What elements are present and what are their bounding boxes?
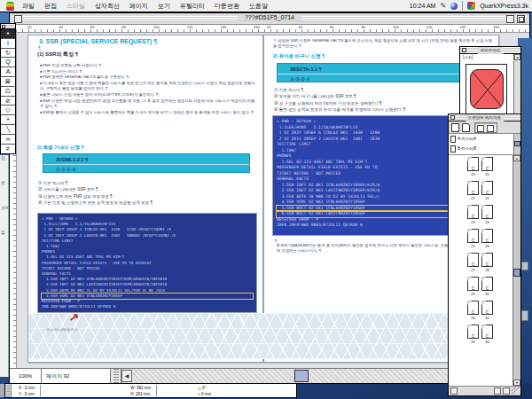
tool-button[interactable]: ◇ [1,106,15,115]
tool-button[interactable]: ⊡ [1,87,15,97]
menu-item[interactable]: 페이지 [129,2,148,11]
menu-item[interactable]: 상자회선 [95,2,120,11]
apple-menu-icon[interactable] [6,2,14,11]
x-position-value[interactable]: X: -3 mm [19,385,35,391]
palette-title-bar[interactable]: 라이브러리 [460,47,520,54]
menu-item[interactable]: 파일 [22,2,35,11]
height-value[interactable]: H: 263 mm [130,391,151,397]
tool-button[interactable]: ⊘ [1,97,15,106]
tool-button[interactable]: ⌖ [1,29,15,39]
page-area-scrollbar[interactable]: ▲ ▼ [512,155,520,386]
page-icon[interactable]: C [481,157,493,171]
scroll-thumb[interactable] [514,141,520,146]
page-indicator-field[interactable]: 페이지 92 [42,369,111,383]
palette-close-box[interactable] [462,48,466,52]
page-column: C 24 [481,205,495,225]
spread-row: C 19 C 20 [449,157,512,177]
blank-page-template-icon[interactable] [451,123,459,132]
ruler-number: 160 [493,25,499,30]
page-icon[interactable]: C [467,301,479,315]
window-close-box[interactable] [14,15,22,23]
horizontal-scroll-thumb[interactable] [294,370,309,382]
tool-button[interactable]: ⊠ [1,77,15,87]
tool-button[interactable]: I [1,39,15,49]
position-cell[interactable]: X: -3 mm Y: -3 mm [13,384,40,397]
size-cell[interactable]: W: 382 mm H: 263 mm [125,384,156,397]
page-icon[interactable]: C [467,253,479,267]
window-collapse-box[interactable] [506,15,514,23]
page-column: C 19 [466,157,481,177]
tool-button[interactable]: ╲ [1,125,15,135]
menu-item[interactable]: 편집 [44,2,57,11]
active-app-name[interactable]: QuarkXPress3.3k [480,3,528,9]
master-page-item[interactable]: B-마스터B [449,144,520,153]
page-icon[interactable]: C [467,205,479,219]
scroll-left-arrow[interactable]: ◀ [121,370,132,382]
page-icon[interactable]: C [467,181,479,195]
width-value[interactable]: W: 382 mm [130,385,151,391]
palette-option-button[interactable] [450,387,458,395]
y-position-value[interactable]: Y: -3 mm [19,391,35,397]
app-switcher-icon[interactable] [467,2,475,10]
palette-option-button[interactable] [503,387,510,395]
master-letter: C [486,167,489,171]
menu-item[interactable]: 도움말 [249,2,268,11]
page-icon[interactable]: C [481,277,493,291]
zoom-level-field[interactable]: 100% [10,369,42,383]
menu-item[interactable]: 유틸리티 [180,2,205,11]
master-page-icon [450,145,456,153]
page-icon[interactable]: C [481,229,493,243]
page-icon[interactable]: C [467,325,479,339]
tool-button[interactable]: + [1,115,15,125]
page-icon[interactable]: C [467,157,479,171]
spread-list: C 19 C 20 C 21 C [449,157,512,348]
window-title-bar[interactable]: ???#D51F5_0714 [10,13,529,25]
page-popup-button[interactable] [111,369,121,383]
library-item-cell[interactable] [466,64,507,114]
window-zoom-box[interactable] [517,15,525,23]
scroll-down-arrow[interactable]: ▼ [513,379,520,386]
menu-item[interactable]: 다중변환 [215,2,239,11]
tool-button[interactable]: ≠ [1,145,15,154]
corner-radius-value[interactable]: 0 mm [201,392,211,396]
palette-option-button[interactable] [494,387,501,395]
page-icon[interactable]: C [481,253,493,267]
page-column: C 23 [466,205,481,225]
rotation-value[interactable]: 0° [202,386,206,390]
palette-close-box[interactable] [450,115,455,120]
page-icon[interactable]: C [481,205,493,219]
desktop-icon[interactable] [521,310,528,321]
palette-title-bar[interactable]: 도큐먼트 레이아웃 [449,114,520,121]
menu-item[interactable]: 보기 [158,2,170,11]
page-icon[interactable]: C [467,229,479,243]
tool-button[interactable]: A [1,67,15,77]
input-method-icon[interactable]: ✎ [440,3,446,10]
palette-drag-handle[interactable] [5,384,12,397]
language-ball-icon[interactable] [450,3,458,10]
master-page-list: A-마스터A B-마스터B [449,134,520,155]
master-list-scrollbar[interactable] [513,134,520,154]
page-icon[interactable]: C [481,325,493,339]
tool-button[interactable]: ∞ [1,135,15,145]
page-icon[interactable]: C [481,181,493,195]
tool-button[interactable]: Q [1,58,15,67]
tool-button[interactable]: ↻ [1,49,15,59]
desktop: 파일편집스타일상자회선페이지보기유틸리티다중변환도움말 10:24 AM ✎ Q… [0,0,532,399]
master-page-item[interactable]: A-마스터A [449,134,520,144]
palette-title-bar[interactable] [1,24,15,29]
palette-close-box[interactable] [2,25,5,28]
page-icon[interactable]: C [467,277,479,291]
master-template-icon[interactable] [477,125,484,132]
master-letter: C [472,167,474,171]
facing-page-template-icon[interactable] [462,123,470,132]
page-icon[interactable]: C [481,301,493,315]
scroll-up-arrow[interactable]: ▲ [513,155,520,161]
master-template-icon[interactable] [487,125,494,132]
scroll-up-arrow[interactable]: ▲ [514,54,520,60]
scroll-thumb[interactable] [513,269,520,277]
menu-item[interactable]: 스타일 [66,2,85,11]
desktop-icon[interactable] [521,262,528,270]
picture-box-thumbnail[interactable] [470,69,504,109]
angle-cell[interactable]: △ 0° ⌐ 0 mm [192,384,216,397]
palette-resize-grip[interactable] [512,387,520,395]
